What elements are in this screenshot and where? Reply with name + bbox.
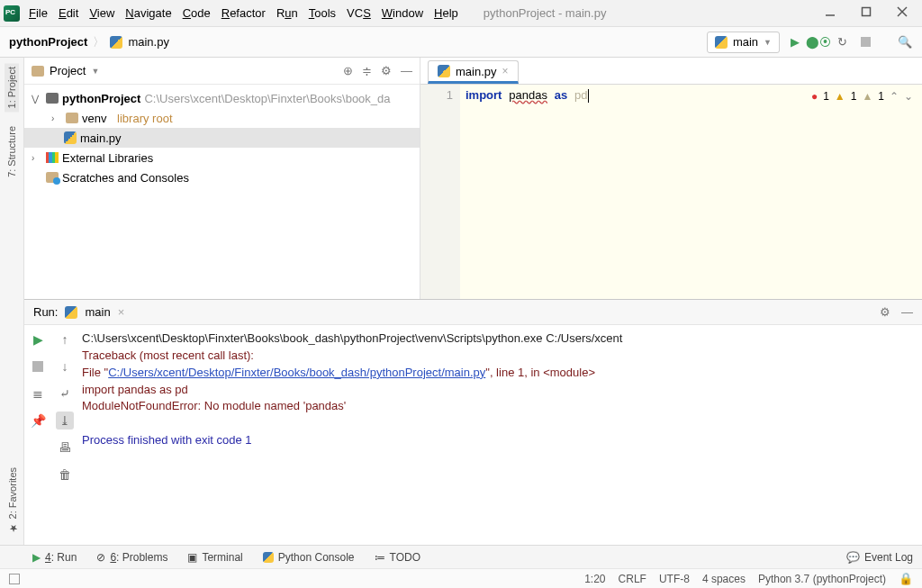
editor-tab-label: main.py <box>456 65 497 78</box>
scroll-to-end-button[interactable]: ⤓ <box>56 412 74 430</box>
python-interpreter[interactable]: Python 3.7 (pythonProject) <box>758 573 886 585</box>
main-menu: File Edit View Navigate Code Refactor Ru… <box>29 6 458 20</box>
traceback-link[interactable]: C:/Users/xcent/Desktop/Finxter/Books/boo… <box>108 366 485 379</box>
close-button[interactable] <box>897 6 908 20</box>
toolwindow-python-console[interactable]: Python Console <box>263 551 355 564</box>
tree-main-file[interactable]: main.py <box>24 128 420 148</box>
editor-tabs: main.py × <box>420 58 922 85</box>
coverage-button[interactable]: ↻ <box>834 34 850 50</box>
menu-help[interactable]: Help <box>434 6 458 20</box>
menu-file[interactable]: File <box>29 6 48 20</box>
tree-scratches-label: Scratches and Consoles <box>62 171 189 185</box>
tree-venv[interactable]: › venv library root <box>24 108 420 128</box>
work-zone: 1: Project 7: Structure Project ▼ ⊕ ≑ ⚙ … <box>0 58 922 299</box>
project-toolwindow-tab[interactable]: 1: Project <box>5 63 19 112</box>
code-text[interactable]: import pandas as pd <box>460 85 594 299</box>
folder-icon <box>32 66 44 77</box>
menu-refactor[interactable]: Refactor <box>221 6 266 20</box>
chevron-down-icon[interactable]: ▼ <box>91 67 99 76</box>
tree-venv-hint: library root <box>117 112 172 125</box>
run-panel-header: Run: main × ⚙ — <box>24 300 922 325</box>
window-title: pythonProject - main.py <box>484 6 607 20</box>
expand-all-button[interactable]: ≑ <box>362 64 372 77</box>
hide-button[interactable]: — <box>401 64 412 77</box>
tree-root[interactable]: ⋁ pythonProject C:\Users\xcent\Desktop\F… <box>24 88 420 108</box>
chevron-down-icon: ▼ <box>764 38 772 47</box>
down-stack-button[interactable]: ↓ <box>56 357 74 375</box>
console-line-cmd: C:\Users\xcent\Desktop\Finxter\Books\boo… <box>82 330 918 348</box>
toolwindow-problems[interactable]: ⊘6: Problems <box>96 551 167 564</box>
tree-root-path: C:\Users\xcent\Desktop\Finxter\Books\boo… <box>144 92 390 105</box>
run-panel: Run: main × ⚙ — ▶ ≣ 📌 ↑ ↓ ⤶ ⤓ 🖶 🗑 <box>24 299 922 560</box>
editor-tab-main[interactable]: main.py × <box>428 60 519 84</box>
maximize-button[interactable] <box>861 6 872 20</box>
tree-scratches[interactable]: Scratches and Consoles <box>24 167 420 187</box>
bottom-bar: ▶4: Run ⊘6: Problems ▣Terminal Python Co… <box>0 545 922 568</box>
pin-button[interactable]: 📌 <box>29 412 47 430</box>
stop-button[interactable] <box>857 34 873 50</box>
breadcrumb-file[interactable]: main.py <box>128 35 169 49</box>
weak-warning-icon: ▲ <box>862 90 872 103</box>
settings-icon[interactable]: ⚙ <box>381 64 392 77</box>
layout-button[interactable]: ≣ <box>29 384 47 403</box>
breadcrumb-root[interactable]: pythonProject <box>9 35 87 49</box>
toolwindows-toggle[interactable] <box>9 574 20 584</box>
left-gutter: 1: Project 7: Structure <box>0 58 24 299</box>
search-everywhere-button[interactable]: 🔍 <box>897 34 913 50</box>
app-icon <box>4 5 20 22</box>
console-line-traceback: Traceback (most recent call last): <box>82 348 918 365</box>
menu-navigate[interactable]: Navigate <box>125 6 171 20</box>
library-icon <box>46 152 59 163</box>
toolwindow-todo[interactable]: ≔TODO <box>375 551 420 564</box>
favorites-toolwindow-tab[interactable]: ★ 2: Favorites <box>5 464 20 538</box>
status-bar: 1:20 CRLF UTF-8 4 spaces Python 3.7 (pyt… <box>0 568 922 588</box>
tree-main-file-label: main.py <box>80 131 122 145</box>
toolwindow-terminal[interactable]: ▣Terminal <box>187 551 242 564</box>
error-icon: ● <box>811 90 818 103</box>
indent-config[interactable]: 4 spaces <box>702 573 746 585</box>
rerun-button[interactable]: ▶ <box>29 330 47 348</box>
console-line-file: File "C:/Users/xcent/Desktop/Finxter/Boo… <box>82 365 918 382</box>
editor: main.py × 1 import pandas as pd ●1 ▲1 ▲1… <box>420 58 922 299</box>
close-tab-button[interactable]: × <box>502 65 509 77</box>
console-output[interactable]: C:\Users\xcent\Desktop\Finxter\Books\boo… <box>78 325 922 560</box>
clear-button[interactable]: 🗑 <box>56 466 74 484</box>
minimize-button[interactable] <box>825 6 836 20</box>
event-log-button[interactable]: 💬Event Log <box>846 551 913 564</box>
file-encoding[interactable]: UTF-8 <box>659 573 690 585</box>
tree-external-libs[interactable]: › External Libraries <box>24 148 420 167</box>
menu-window[interactable]: Window <box>382 6 423 20</box>
run-config-selector[interactable]: main ▼ <box>707 32 780 53</box>
print-button[interactable]: 🖶 <box>56 439 74 457</box>
next-highlight-button[interactable]: ⌄ <box>904 90 913 103</box>
run-button[interactable]: ▶ <box>787 34 803 50</box>
menu-vcs[interactable]: VCS <box>347 6 371 20</box>
line-separator[interactable]: CRLF <box>619 573 646 585</box>
prev-highlight-button[interactable]: ⌃ <box>890 90 899 103</box>
up-stack-button[interactable]: ↑ <box>56 330 74 348</box>
toolwindow-run[interactable]: ▶4: Run <box>32 551 77 564</box>
menu-run[interactable]: Run <box>276 6 298 20</box>
python-file-icon <box>438 65 450 77</box>
menu-view[interactable]: View <box>89 6 114 20</box>
scratch-icon <box>46 172 59 183</box>
tree-root-label: pythonProject <box>62 92 140 105</box>
hide-run-button[interactable]: — <box>901 305 913 319</box>
debug-button[interactable]: ⬤⦿ <box>810 34 827 50</box>
title-bar: File Edit View Navigate Code Refactor Ru… <box>0 0 922 27</box>
menu-edit[interactable]: Edit <box>59 6 78 20</box>
stop-run-button[interactable] <box>29 357 47 375</box>
select-opened-file-button[interactable]: ⊕ <box>343 64 353 77</box>
soft-wrap-button[interactable]: ⤶ <box>56 384 74 403</box>
menu-tools[interactable]: Tools <box>309 6 336 20</box>
structure-toolwindow-tab[interactable]: 7: Structure <box>5 122 19 181</box>
run-settings-button[interactable]: ⚙ <box>880 305 890 319</box>
caret-position[interactable]: 1:20 <box>584 573 605 585</box>
readonly-lock-icon[interactable]: 🔒 <box>899 572 913 585</box>
inspection-widget[interactable]: ●1 ▲1 ▲1 ⌃ ⌄ <box>811 90 913 103</box>
close-run-tab-button[interactable]: × <box>118 305 125 319</box>
project-panel-title: Project <box>50 64 86 77</box>
menu-code[interactable]: Code <box>183 6 211 20</box>
code-area[interactable]: 1 import pandas as pd ●1 ▲1 ▲1 ⌃ ⌄ <box>420 85 922 299</box>
run-tab-name[interactable]: main <box>85 305 110 319</box>
